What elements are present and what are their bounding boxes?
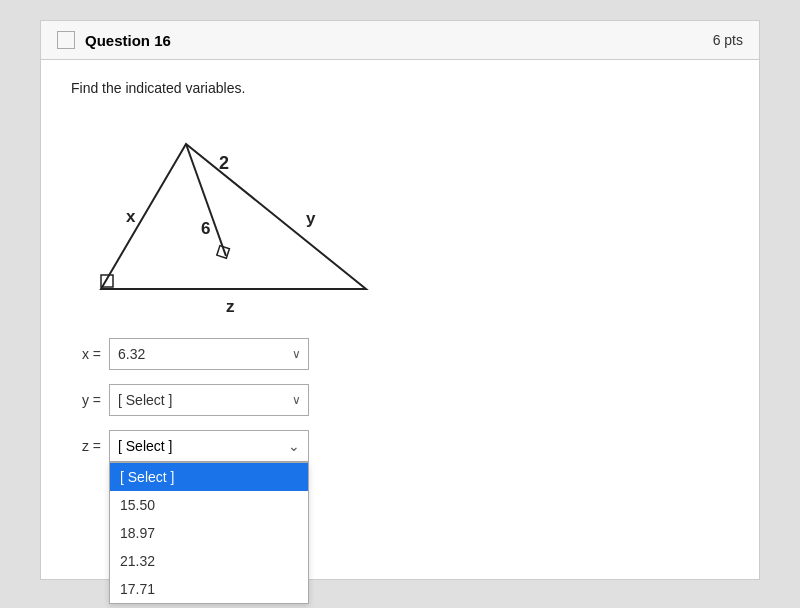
dropdown-option-select[interactable]: [ Select ] [110,463,308,491]
card-header: Question 16 6 pts [41,21,759,60]
z-dropdown-container: [ Select ] [ Select ] 15.50 18.97 21.32 … [109,430,309,462]
question-title: Question 16 [85,32,171,49]
x-label: x = [71,346,101,362]
svg-marker-0 [101,144,366,289]
z-label: z = [71,438,101,454]
y-select-wrapper: [ Select ] 15.50 18.97 21.32 17.71 [109,384,309,416]
flag-icon[interactable] [57,31,75,49]
z-selected-value: [ Select ] [118,438,172,454]
question-card: Question 16 6 pts Find the indicated var… [40,20,760,580]
x-select-wrapper: 6.32 [109,338,309,370]
instructions-text: Find the indicated variables. [71,80,729,96]
y-select[interactable]: [ Select ] 15.50 18.97 21.32 17.71 [109,384,309,416]
card-body: Find the indicated variables. 2 x 6 [41,60,759,496]
dropdown-option-1771[interactable]: 17.71 [110,575,308,603]
dropdown-option-1897[interactable]: 18.97 [110,519,308,547]
x-select[interactable]: 6.32 [109,338,309,370]
dropdown-option-1550[interactable]: 15.50 [110,491,308,519]
label-x: x [126,207,136,226]
z-dropdown-open: [ Select ] 15.50 18.97 21.32 17.71 [109,462,309,604]
triangle-diagram: 2 x 6 y z [71,114,391,314]
z-dropdown-display[interactable]: [ Select ] [109,430,309,462]
label-6: 6 [201,219,210,238]
x-answer-row: x = 6.32 [71,338,729,370]
label-z: z [226,297,235,314]
label-2: 2 [219,153,229,173]
z-answer-row: z = [ Select ] [ Select ] 15.50 18.97 21… [71,430,729,462]
header-left: Question 16 [57,31,171,49]
y-answer-row: y = [ Select ] 15.50 18.97 21.32 17.71 [71,384,729,416]
y-label: y = [71,392,101,408]
label-y: y [306,209,316,228]
points-label: 6 pts [713,32,743,48]
diagram-area: 2 x 6 y z [71,114,391,314]
dropdown-option-2132[interactable]: 21.32 [110,547,308,575]
